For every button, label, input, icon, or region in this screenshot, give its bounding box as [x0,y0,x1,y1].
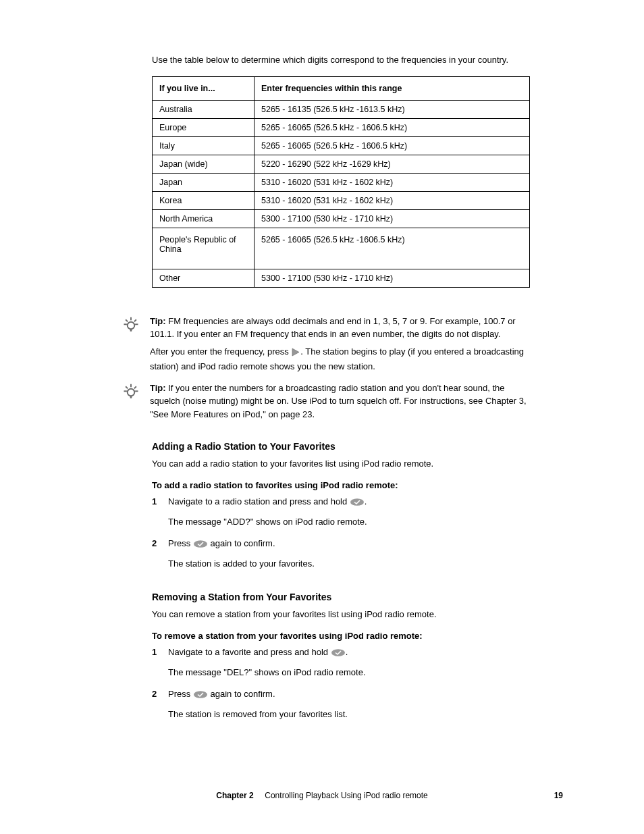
svg-rect-8 [130,396,132,398]
step-text: Press [168,689,193,699]
tip-1: Tip: FM frequencies are always odd decim… [122,315,530,373]
step-body: Navigate to a favorite and press and hol… [168,645,530,662]
tip-2-text: Tip: If you enter the numbers for a broa… [150,382,530,421]
step-body: Press again to confirm. [168,687,530,704]
step-body: Press again to confirm. [168,536,530,553]
range-cell: 5310 - 16020 (531 kHz - 1602 kHz) [254,191,530,209]
tip-label: Tip: [150,316,168,326]
play-button-icon [291,347,300,361]
page-number: 19 [554,791,563,800]
region-cell: North America [153,209,254,228]
step-text: Navigate to a favorite and press and hol… [168,647,331,657]
tip-body: FM frequencies are always odd decimals a… [150,316,516,340]
svg-point-7 [128,389,135,396]
range-cell: 5220 - 16290 (522 kHz -1629 kHz) [254,155,530,173]
remove-body: You can remove a station from your favor… [152,608,530,621]
range-cell: 5300 - 17100 (530 kHz - 1710 kHz) [254,269,530,287]
remove-steps-2: 2 Press again to confirm. [152,687,530,704]
step: 2 Press again to confirm. [152,687,530,704]
remove-intro: To remove a station from your favorites … [152,629,530,643]
svg-line-5 [126,319,128,321]
svg-point-0 [128,322,135,330]
table-row: Europe5265 - 16065 (526.5 kHz - 1606.5 k… [153,118,530,136]
svg-point-16 [331,649,345,656]
check-button-icon [193,689,208,704]
add-body: You can add a radio station to your favo… [152,457,530,471]
table-row: Japan (wide)5220 - 16290 (522 kHz -1629 … [153,155,530,173]
range-cell: 5300 - 17100 (530 kHz - 1710 kHz) [254,209,530,228]
check-button-icon [331,647,346,662]
content-column: Use the table below to determine which d… [152,54,530,729]
add-steps: 1 Navigate to a radio station and press … [152,494,530,511]
svg-line-6 [134,319,136,321]
step-number: 2 [152,687,168,704]
table-row: Korea5310 - 16020 (531 kHz - 1602 kHz) [153,191,530,209]
add-intro: To add a radio station to favorites usin… [152,479,530,492]
step-text: . [346,647,348,657]
svg-rect-1 [130,329,132,332]
svg-line-13 [134,386,136,388]
step-number: 2 [152,536,168,553]
table-header-row: If you live in... Enter frequencies with… [153,76,530,100]
check-button-icon [350,496,365,511]
footer-chapter: Chapter 2 [216,791,253,800]
col-header-range: Enter frequencies within this range [254,76,530,100]
region-cell: Italy [153,136,254,155]
svg-point-15 [194,540,207,548]
svg-line-12 [126,386,128,388]
step: 2 Press again to confirm. [152,536,530,553]
region-cell: Other [153,269,254,287]
region-cell: Japan [153,173,254,191]
region-cell: Europe [153,118,254,136]
step-body: Navigate to a radio station and press an… [168,494,530,511]
table-row: People's Republic of China5265 - 16065 (… [153,228,530,269]
remove-steps: 1 Navigate to a favorite and press and h… [152,645,530,662]
step-text: . [365,496,367,506]
table-row: Australia5265 - 16135 (526.5 kHz -1613.5… [153,100,530,118]
step: 1 Navigate to a radio station and press … [152,494,530,511]
range-cell: 5310 - 16020 (531 kHz - 1602 kHz) [254,173,530,191]
step-text: again to confirm. [208,689,275,699]
step-text: again to confirm. [208,538,275,548]
section-title-add: Adding a Radio Station to Your Favorites [152,441,530,452]
step-number: 1 [152,645,168,662]
tip-1-text: Tip: FM frequencies are always odd decim… [150,315,530,373]
table-row: Japan5310 - 16020 (531 kHz - 1602 kHz) [153,173,530,191]
page-footer: Chapter 2 Controlling Playback Using iPo… [0,791,644,800]
region-cell: Japan (wide) [153,155,254,173]
tip-body: If you enter the numbers for a broadcast… [150,383,527,419]
step: 1 Navigate to a favorite and press and h… [152,645,530,662]
region-cell: Australia [153,100,254,118]
step-text: Navigate to a radio station and press an… [168,496,350,506]
region-cell: Korea [153,191,254,209]
range-cell: 5265 - 16135 (526.5 kHz -1613.5 kHz) [254,100,530,118]
svg-point-17 [194,691,207,698]
svg-point-14 [350,499,364,506]
page: Use the table below to determine which d… [0,0,644,834]
footer-title: Controlling Playback Using iPod radio re… [265,791,427,800]
range-cell: 5265 - 16065 (526.5 kHz -1606.5 kHz) [254,228,530,269]
tip-2: Tip: If you enter the numbers for a broa… [122,382,530,421]
tip-after-prefix: After you enter the frequency, press [150,346,291,357]
step-result: The message "DEL?" shows on iPod radio r… [168,666,530,680]
tip-label: Tip: [150,383,168,393]
step-result: The station is removed from your favorit… [168,708,530,722]
table-row: Other5300 - 17100 (530 kHz - 1710 kHz) [153,269,530,287]
lightbulb-icon [122,383,140,402]
check-button-icon [193,538,208,553]
section-title-remove: Removing a Station from Your Favorites [152,592,530,602]
lightbulb-icon [122,316,140,335]
add-steps-2: 2 Press again to confirm. [152,536,530,553]
range-cell: 5265 - 16065 (526.5 kHz - 1606.5 kHz) [254,136,530,155]
step-result: The message "ADD?" shows on iPod radio r… [168,515,530,529]
step-text: Press [168,538,193,548]
col-header-region: If you live in... [153,76,254,100]
step-number: 1 [152,494,168,511]
table-row: Italy5265 - 16065 (526.5 kHz - 1606.5 kH… [153,136,530,155]
step-result: The station is added to your favorites. [168,557,530,571]
table-row: North America5300 - 17100 (530 kHz - 171… [153,209,530,228]
lead-paragraph: Use the table below to determine which d… [152,54,530,67]
region-cell: People's Republic of China [153,228,254,269]
frequency-table: If you live in... Enter frequencies with… [152,76,530,288]
range-cell: 5265 - 16065 (526.5 kHz - 1606.5 kHz) [254,118,530,136]
